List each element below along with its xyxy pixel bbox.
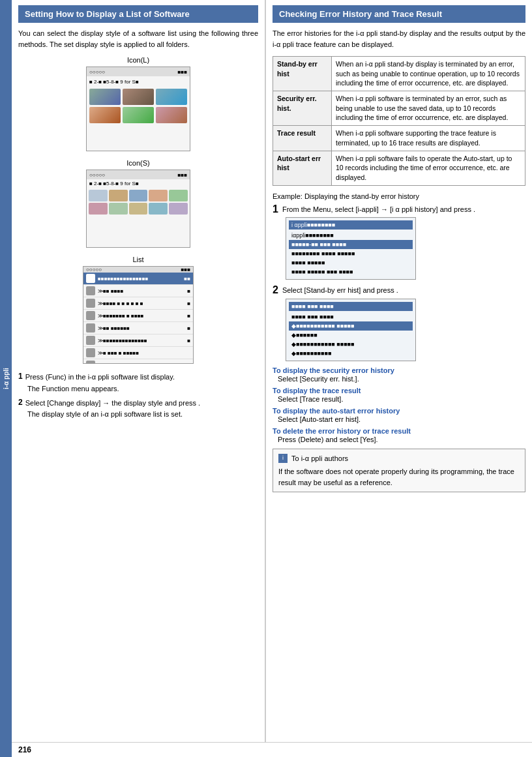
page-number: 216 (18, 745, 31, 754)
menu1-title: i αppli■■■■■■■■ (289, 220, 413, 230)
trace-desc: Select [Trace result]. (278, 395, 525, 403)
table-row: Stand-by err histWhen an i-α ppli stand-… (273, 57, 525, 91)
left-header-text: Setting How to Display a List of Softwar… (25, 9, 190, 19)
icon-l-item (123, 89, 154, 105)
left-step2-text: Select [Change display] → the display st… (25, 398, 200, 409)
table-row-header: Auto-start err hist (273, 151, 332, 185)
note-box-header: i To i-α ppli authors (278, 453, 520, 464)
right-intro: The error histories for the i-α ppli sta… (273, 28, 525, 50)
left-section-header: Setting How to Display a List of Softwar… (18, 5, 258, 23)
delete-desc: Press (Delete) and select [Yes]. (278, 436, 525, 443)
page-container: i-α ppli Setting How to Display a List o… (0, 0, 532, 757)
icon-s-label: Icon(S) (18, 159, 258, 167)
icon-l-item (156, 89, 187, 105)
left-step1-text: Press (Func) in the i-α ppli software li… (25, 372, 175, 383)
right-step-1: 1 From the Menu, select [i-appli] → [i α… (273, 204, 525, 280)
left-step2-num: 2 (18, 398, 23, 407)
table-row-header: Security err. hist. (273, 91, 332, 126)
menu1-item-1: ■■■■■-■■ ■■■ ■■■■ (289, 240, 413, 249)
phone-top-bar-s: ○○○○○■■■ (87, 170, 190, 179)
right-step1-header: 1 From the Menu, select [i-appli] → [i α… (273, 204, 525, 215)
list-item: ■■■■■■■■ ■■ i-■■■■ (83, 359, 193, 364)
menu1-item-2: ■■■■■■■■ ■■■■ ■■■■■ (289, 249, 413, 258)
columns: Setting How to Display a List of Softwar… (12, 0, 532, 742)
note-box: i To i-α ppli authors If the software do… (273, 449, 525, 493)
auto-link: To display the auto-start error history (273, 407, 525, 415)
menu1-item-3: ■■■■ ■■■■■ (289, 258, 413, 267)
left-step2-note: The display style of an i-α ppli softwar… (27, 410, 258, 418)
menu2-item-2: ◆■■■■■■ (289, 331, 413, 340)
example-label: Example: Displaying the stand-by error h… (273, 192, 525, 200)
note-icon: i (278, 454, 288, 463)
list-item: ≫■■ ■■■■■ (83, 285, 193, 297)
table-row-desc: When i-α ppli software supporting the tr… (332, 126, 525, 151)
menu2-item-4: ◆■■■■■■■■■■ (289, 349, 413, 358)
menu-screen-1: i αppli■■■■■■■■iαppli■■■■■■■■■■■■■-■■ ■■… (286, 217, 416, 280)
delete-link: To delete the error history or trace res… (273, 427, 525, 435)
icon-l-item (89, 89, 121, 105)
phone-top-bar-list: ○○○○○■■■ (83, 267, 193, 273)
right-section-header: Checking Error History and Trace Result (273, 5, 525, 23)
table-row-desc: When an i-α ppli stand-by display is ter… (332, 57, 525, 91)
list-item: ≫■■■■ ■ ■ ■ ■ ■ ■■ (83, 297, 193, 310)
menu2-item-1: ◆■■■■■■■■■■■ ■■■■■ (289, 321, 413, 331)
right-step-2: 2 Select [Stand-by err hist] and press .… (273, 285, 525, 361)
icon-l-item (123, 107, 154, 123)
sidebar-label: i-α ppli (3, 368, 10, 389)
note-title: To i-α ppli authors (291, 453, 348, 464)
note-text: If the software does not operate properl… (278, 466, 520, 488)
auto-desc: Select [Auto-start err hist]. (278, 415, 525, 423)
right-step2-text: Select [Stand-by err hist] and press . (282, 285, 398, 296)
table-row-header: Trace result (273, 126, 332, 151)
right-step1-text: From the Menu, select [i-appli] → [i α p… (282, 204, 475, 215)
list-label: List (18, 256, 258, 263)
menu-screen-2: ■■■■ ■■■ ■■■■■■■■ ■■■ ■■■■◆■■■■■■■■■■■ ■… (286, 299, 416, 361)
menu2-item-0: ■■■■ ■■■ ■■■■ (289, 312, 413, 321)
icon-l-item (89, 107, 121, 123)
right-header-text: Checking Error History and Trace Result (279, 9, 442, 19)
right-step2-header: 2 Select [Stand-by err hist] and press . (273, 285, 525, 296)
list-item-selected: ■■■■■■■■■■■■■■■■■■ (83, 273, 193, 285)
right-step2-num: 2 (273, 285, 278, 295)
table-row-desc: When i-α ppli software is terminated by … (332, 91, 525, 126)
icon-grid-l (87, 86, 190, 126)
icon-l-screen: ○○○○○■■■ ■ 2-■ ■5-8-■ 9 for S■ (86, 67, 190, 151)
phone-top-bar-l: ○○○○○■■■ (87, 67, 190, 76)
left-step-1: 1 Press (Func) in the i-α ppli software … (18, 372, 258, 393)
table-row: Security err. hist.When i-α ppli softwar… (273, 91, 525, 126)
table-row-desc: When i-α ppli software fails to operate … (332, 151, 525, 185)
list-item: ≫■■■■■■■ ■ ■■■■■ (83, 310, 193, 322)
table-row: Trace resultWhen i-α ppli software suppo… (273, 126, 525, 151)
menu1-item-4: ■■■■ ■■■■■ ■■■ ■■■■ (289, 267, 413, 276)
list-item: ≫■■ ■■■■■■■ (83, 322, 193, 334)
right-step1-num: 1 (273, 204, 278, 215)
left-intro: You can select the display style of a so… (18, 28, 258, 50)
left-column: Setting How to Display a List of Softwar… (12, 0, 266, 742)
error-table: Stand-by err histWhen an i-α ppli stand-… (273, 56, 525, 186)
page-footer: 216 (12, 742, 532, 757)
security-link: To display the security error history (273, 366, 525, 374)
table-row: Auto-start err histWhen i-α ppli softwar… (273, 151, 525, 185)
icon-l-label: Icon(L) (18, 56, 258, 64)
left-step1-note: The Function menu appears. (27, 385, 258, 393)
right-column: Checking Error History and Trace Result … (266, 0, 532, 742)
sidebar: i-α ppli (0, 0, 12, 757)
menu1-item-0: iαppli■■■■■■■■ (289, 231, 413, 240)
main-content: Setting How to Display a List of Softwar… (12, 0, 532, 757)
left-step-2: 2 Select [Change display] → the display … (18, 398, 258, 419)
left-step1-num: 1 (18, 372, 23, 381)
icon-s-screen: ○○○○○■■■ ■ 2-■ ■5-8-■ 9 for S■ (86, 170, 190, 248)
list-item: ≫■ ■■■ ■ ■■■■■ (83, 347, 193, 359)
menu2-title: ■■■■ ■■■ ■■■■ (289, 302, 413, 311)
table-row-header: Stand-by err hist (273, 57, 332, 91)
list-item: ≫■■■■■■■■■■■■■■■ (83, 334, 193, 347)
menu2-item-3: ◆■■■■■■■■■■■ ■■■■■ (289, 340, 413, 349)
trace-link: To display the trace result (273, 387, 525, 394)
blue-links: To display the security error history Se… (273, 366, 525, 443)
icon-l-item (156, 107, 187, 123)
security-desc: Select [Security err. hist.]. (278, 375, 525, 383)
list-screen: ○○○○○■■■ ■■■■■■■■■■■■■■■■■■ ≫■■ ■■■■■ ≫■… (83, 266, 194, 364)
